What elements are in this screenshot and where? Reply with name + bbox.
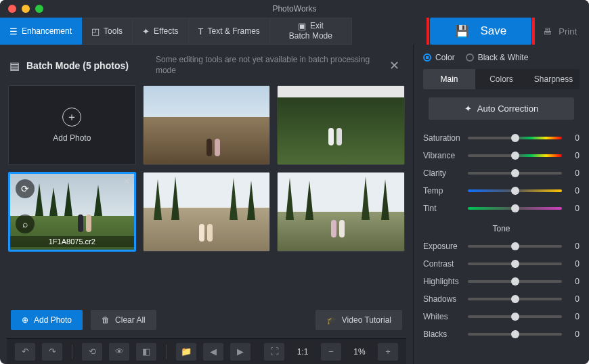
highlights-track[interactable] [468, 280, 562, 283]
blacks-track[interactable] [468, 333, 562, 336]
slider-vibrance: Vibrance0 [423, 151, 580, 160]
slider-handle[interactable] [511, 277, 519, 286]
whites-value: 0 [567, 312, 580, 321]
add-photo-tile-label: Add Photo [53, 133, 91, 143]
temp-value: 0 [567, 186, 580, 196]
tab-tools[interactable]: ◰Tools [82, 18, 133, 45]
thumbnail-4[interactable] [143, 172, 271, 252]
separator [72, 344, 72, 359]
saturation-label: Saturation [423, 133, 462, 143]
contrast-value: 0 [567, 259, 580, 269]
toolbar-right-actions: 💾Save 🖶Print [427, 18, 589, 45]
auto-correction-label: Auto Correction [477, 104, 538, 114]
clarity-label: Clarity [423, 168, 462, 178]
exposure-track[interactable] [468, 245, 562, 248]
separator [166, 344, 167, 359]
thumbnail-1[interactable] [143, 85, 271, 165]
vibrance-value: 0 [567, 151, 580, 160]
color-radio[interactable]: Color [423, 53, 455, 62]
crop-icon: ◰ [91, 26, 100, 37]
print-label: Print [559, 26, 577, 37]
add-photo-button-label: Add Photo [34, 315, 72, 325]
clarity-value: 0 [567, 168, 580, 178]
zoom-button[interactable]: ⌕ [16, 214, 35, 233]
rotate-button[interactable]: ⟳ [16, 179, 35, 198]
thumbnail-5[interactable] [277, 172, 405, 252]
slider-handle[interactable] [511, 187, 519, 195]
tab-enhancement[interactable]: ☰Enhancement [0, 18, 82, 45]
slider-whites: Whites0 [423, 312, 580, 321]
slider-blacks: Blacks0 [423, 329, 580, 339]
whites-track[interactable] [468, 315, 562, 318]
zoom-out-button[interactable]: − [321, 343, 341, 361]
clear-all-button-label: Clear All [115, 315, 146, 325]
slider-handle[interactable] [511, 330, 519, 338]
wand-icon: ✦ [464, 104, 472, 114]
slider-tint: Tint0 [423, 204, 580, 213]
thumbnail-grid: ＋ Add Photo [7, 84, 406, 253]
plus-icon: ＋ [62, 108, 81, 127]
tab-exit-batch[interactable]: ▣Exit Batch Mode [270, 18, 352, 45]
slider-handle[interactable] [511, 242, 519, 250]
sliders-icon: ☰ [9, 26, 18, 37]
thumbnail-3-selected[interactable]: ✕ ⟳ ⌕ 1F1A8075.cr2 [8, 172, 136, 252]
slider-highlights: Highlights0 [423, 277, 580, 286]
subtab-colors[interactable]: Colors [475, 69, 527, 89]
tab-effects[interactable]: ✦Effects [133, 18, 188, 45]
open-folder-button[interactable]: 📁 [176, 343, 196, 361]
video-tutorial-button[interactable]: 🎓Video Tutorial [315, 310, 402, 330]
bw-radio[interactable]: Black & White [466, 53, 529, 62]
clear-all-button[interactable]: 🗑Clear All [91, 310, 156, 330]
auto-correction-button[interactable]: ✦Auto Correction [429, 97, 574, 120]
zoom-percent[interactable]: 1% [348, 347, 371, 357]
zoom-in-button[interactable]: + [378, 343, 398, 361]
saturation-track[interactable] [468, 137, 562, 139]
tone-header: Tone [423, 224, 580, 233]
undo-button[interactable]: ↶ [15, 343, 35, 361]
slider-handle[interactable] [511, 260, 519, 268]
right-panel: Color Black & White Main Colors Sharpnes… [413, 45, 589, 364]
slider-handle[interactable] [511, 169, 519, 177]
subtab-sharpness[interactable]: Sharpness [527, 69, 580, 89]
add-photo-tile[interactable]: ＋ Add Photo [8, 85, 136, 165]
delete-thumbnail-icon[interactable]: ✕ [123, 177, 130, 186]
image-icon: ▣ [298, 22, 306, 32]
batch-title: Batch Mode (5 photos) [26, 60, 129, 71]
thumbnail-2[interactable] [277, 85, 405, 165]
print-button[interactable]: 🖶Print [543, 26, 577, 37]
slider-handle[interactable] [511, 152, 519, 160]
add-photo-button[interactable]: ⊕Add Photo [11, 310, 83, 330]
slider-handle[interactable] [511, 295, 519, 303]
tint-track[interactable] [468, 207, 562, 210]
shadows-track[interactable] [468, 298, 562, 300]
vibrance-track[interactable] [468, 154, 562, 157]
slider-handle[interactable] [511, 313, 519, 321]
history-button[interactable]: ⟲ [82, 343, 102, 361]
contrast-label: Contrast [423, 259, 462, 269]
shadows-value: 0 [567, 294, 580, 304]
bottom-toolbar: ↶ ↷ ⟲ 👁 ◧ 📁 ◀ ▶ ⛶ 1:1 − 1% + [7, 338, 406, 364]
slider-handle[interactable] [511, 204, 519, 212]
contrast-track[interactable] [468, 263, 562, 265]
exit-label-1: Exit [310, 22, 324, 31]
slider-clarity: Clarity0 [423, 168, 580, 178]
save-button[interactable]: 💾Save [430, 18, 531, 45]
slider-temp: Temp0 [423, 186, 580, 196]
subtab-main[interactable]: Main [423, 69, 475, 89]
graduation-cap-icon: 🎓 [326, 315, 336, 325]
fit-screen-button[interactable]: ⛶ [264, 343, 284, 361]
next-button[interactable]: ▶ [230, 343, 250, 361]
close-icon[interactable]: ✕ [385, 54, 403, 77]
zoom-ratio[interactable]: 1:1 [291, 347, 314, 357]
clarity-track[interactable] [468, 172, 562, 175]
compare-button[interactable]: ◧ [136, 343, 156, 361]
eye-icon[interactable]: 👁 [109, 343, 129, 361]
prev-button[interactable]: ◀ [203, 343, 223, 361]
redo-button[interactable]: ↷ [42, 343, 62, 361]
radio-dot-icon [423, 53, 431, 62]
temp-track[interactable] [468, 189, 562, 192]
saturation-value: 0 [567, 133, 580, 143]
tab-text-frames[interactable]: TText & Frames [189, 18, 270, 45]
text-icon: T [198, 26, 204, 37]
slider-handle[interactable] [511, 134, 519, 142]
